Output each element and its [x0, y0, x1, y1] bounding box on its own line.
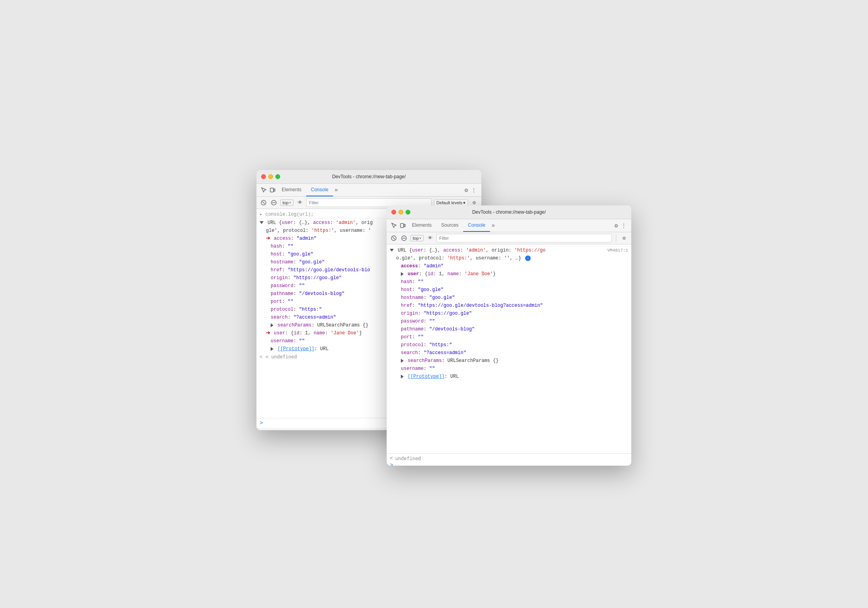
red-arrow-user-back: ➜: [266, 330, 270, 337]
devtools-front-window: DevTools - chrome://new-tab-page/ Elemen…: [387, 205, 631, 466]
tab-bar-back: Elements Console » ⚙ ⋮: [256, 184, 481, 197]
svg-rect-0: [270, 188, 273, 192]
traffic-lights-back: [261, 174, 280, 179]
origin-line-front: origin: "https://goo.gle": [387, 310, 631, 317]
top-context-selector-front[interactable]: top ▾: [410, 235, 424, 241]
eye-icon-front[interactable]: 👁: [426, 234, 434, 242]
host-line-front: host: "goo.gle": [387, 286, 631, 294]
window-title-front: DevTools - chrome://new-tab-page/: [472, 209, 546, 215]
toolbar-separator-front: [616, 235, 616, 242]
protocol-line-front: protocol: "https:": [387, 341, 631, 349]
expand-searchparams-front[interactable]: [401, 359, 404, 363]
minimize-button-front[interactable]: [398, 210, 403, 214]
url-object-header-front[interactable]: VM4817:1 URL {user: {…}, access: 'admin'…: [387, 246, 631, 254]
svg-line-3: [262, 201, 265, 204]
settings-icon-back[interactable]: ⚙: [463, 185, 470, 195]
traffic-lights-front: [391, 210, 410, 214]
hash-line-front: hash: "": [387, 278, 631, 286]
close-button-front[interactable]: [391, 210, 396, 214]
chevron-icon-back: ▾: [289, 201, 291, 205]
scene: DevTools - chrome://new-tab-page/ Elemen…: [256, 162, 612, 446]
expand-icon-front[interactable]: [390, 249, 394, 252]
filter-input-front[interactable]: [436, 234, 612, 242]
expand-prototype-front[interactable]: [401, 375, 404, 379]
console-content-front: VM4817:1 URL {user: {…}, access: 'admin'…: [387, 244, 631, 453]
block-icon-front[interactable]: [400, 234, 408, 242]
svg-rect-7: [400, 224, 404, 228]
expand-icon[interactable]: [260, 221, 264, 224]
settings-icon-front[interactable]: ⚙: [613, 221, 619, 231]
vm-reference: VM4817:1: [607, 247, 628, 254]
clear-icon-back[interactable]: [260, 199, 268, 207]
user-line-front[interactable]: user: {id: 1, name: 'Jane Doe'}: [387, 270, 631, 278]
tab-sources-front[interactable]: Sources: [436, 219, 463, 232]
prompt-icon-back[interactable]: >: [260, 420, 263, 426]
tab-console-front[interactable]: Console: [463, 219, 490, 232]
pathname-line-front: pathname: "/devtools-blog": [387, 325, 631, 333]
svg-rect-1: [274, 189, 275, 191]
tab-elements-back[interactable]: Elements: [277, 184, 306, 196]
expand-prototype-back[interactable]: [271, 347, 273, 351]
chevron-icon-front: ▾: [419, 236, 421, 240]
inspect-icon-back[interactable]: [260, 186, 268, 194]
console-toolbar-front: top ▾ 👁 ⚙: [387, 232, 631, 244]
search-line-front: search: "?access=admin": [387, 349, 631, 357]
prototype-line-front[interactable]: [[Prototype]]: URL: [387, 373, 631, 380]
eye-icon-back[interactable]: 👁: [296, 199, 304, 207]
more-options-icon-front[interactable]: ⋮: [619, 221, 628, 231]
tab-console-back[interactable]: Console: [306, 184, 333, 196]
block-icon-back[interactable]: [270, 199, 278, 207]
access-line-front: access: "admin": [387, 262, 631, 270]
expand-searchparams-back[interactable]: [271, 323, 273, 327]
username-line-front: username: "": [387, 365, 631, 373]
clear-icon-front[interactable]: [390, 234, 398, 242]
undefined-row-front: < undefined: [390, 455, 421, 461]
top-label-front: top: [413, 236, 419, 241]
hostname-line-front: hostname: "goo.gle": [387, 294, 631, 302]
minimize-button-back[interactable]: [268, 174, 273, 179]
title-bar-front: DevTools - chrome://new-tab-page/: [387, 205, 631, 219]
href-line-front: href: "https://goo.gle/devtools-blog?acc…: [387, 302, 631, 310]
maximize-button-front[interactable]: [406, 210, 410, 214]
expand-user-front[interactable]: [401, 272, 404, 276]
close-button-back[interactable]: [261, 174, 266, 179]
prompt-icon-front[interactable]: >: [390, 462, 393, 466]
svg-line-10: [393, 237, 395, 239]
searchparams-line-front[interactable]: searchParams: URLSearchParams {}: [387, 357, 631, 365]
title-bar-back: DevTools - chrome://new-tab-page/: [256, 170, 481, 184]
console-footer-front: < undefined >: [387, 453, 631, 466]
device-icon-front[interactable]: [398, 221, 407, 230]
tab-bar-front: Elements Sources Console » ⚙ ⋮: [387, 219, 631, 232]
password-line-front: password: "": [387, 317, 631, 325]
window-title-back: DevTools - chrome://new-tab-page/: [332, 174, 406, 179]
settings-gear-front[interactable]: ⚙: [620, 234, 628, 242]
port-line-front: port: "": [387, 333, 631, 341]
top-context-selector-back[interactable]: top ▾: [280, 200, 294, 206]
tab-elements-front[interactable]: Elements: [407, 219, 436, 232]
info-icon-front[interactable]: i: [525, 256, 531, 261]
device-icon-back[interactable]: [268, 186, 277, 194]
red-arrow-access-back: ➜: [266, 235, 270, 242]
more-options-icon-back[interactable]: ⋮: [470, 185, 478, 195]
default-levels-back[interactable]: Default levels ▾: [434, 200, 468, 206]
svg-rect-8: [404, 224, 405, 227]
tab-more-back[interactable]: »: [333, 184, 339, 196]
inspect-icon-front[interactable]: [390, 221, 398, 230]
url-cont-front: o.gle', protocol: 'https:', username: ''…: [387, 254, 631, 262]
tab-more-front[interactable]: »: [490, 219, 496, 232]
maximize-button-back[interactable]: [275, 174, 280, 179]
top-label-back: top: [282, 200, 288, 205]
